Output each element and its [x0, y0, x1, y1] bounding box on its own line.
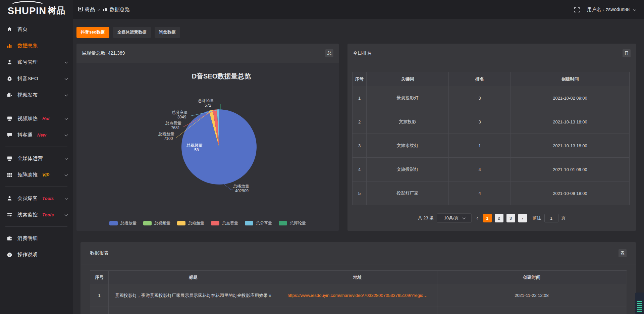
page-button-3[interactable]: 3 — [506, 214, 515, 222]
breadcrumb-current-label: 数据总览 — [110, 6, 130, 13]
video-link[interactable]: https://www.iesdouyin.com/share/video/70… — [287, 293, 428, 298]
breadcrumb-root[interactable]: 树品 — [78, 6, 95, 13]
table-cell: 2021-10-02 09:00 — [511, 86, 630, 110]
username-display[interactable]: 用户名：zswodun88 — [587, 7, 635, 13]
sidebar-item-线索监控[interactable]: 线索监控Tools — [0, 207, 73, 223]
total-view-button[interactable]: 总 — [325, 49, 333, 57]
table-view-button[interactable]: 表 — [619, 249, 627, 257]
sidebar-item-会员爆客[interactable]: 会员爆客Tools — [0, 190, 73, 207]
sidebar-item-抖音SEO[interactable]: 抖音SEO — [0, 70, 73, 87]
chevron-down-icon — [65, 173, 68, 176]
table-row[interactable]: 1景观投影灯32021-10-02 09:00 — [353, 86, 630, 110]
legend-swatch — [245, 221, 253, 225]
gear-icon — [7, 76, 12, 82]
pie-label-value: 7100 — [164, 136, 173, 141]
table-body: 1景观投影灯32021-10-02 09:002文旅投影32021-10-13 … — [353, 86, 630, 205]
tab-询盘数据[interactable]: 询盘数据 — [155, 27, 180, 38]
table-cell — [278, 307, 437, 314]
pie-label-name: 总点赞量 — [165, 121, 181, 125]
sidebar-item-全媒体运营[interactable]: 全媒体运营 — [0, 150, 73, 167]
sidebar-item-label: 抖客通 — [17, 132, 33, 138]
table-cell — [109, 307, 278, 314]
column-header-创建时间: 创建时间 — [437, 271, 626, 284]
app-square-icon — [78, 7, 83, 12]
report-panel-header: 数据报表 表 — [80, 242, 636, 264]
sidebar-item-消费明细[interactable]: 消费明细 — [0, 230, 73, 247]
breadcrumb-separator: > — [98, 7, 100, 12]
pie-label-name: 总分享量 — [171, 110, 188, 115]
seo-chart-panel: 展现量总数: 421,369 总 D音SEO数据量总览总播放量402909总视频… — [76, 44, 339, 231]
sidebar-item-操作说明[interactable]: ?操作说明 — [0, 247, 73, 263]
breadcrumb-current[interactable]: 数据总览 — [103, 6, 130, 13]
sidebar-item-视频发布[interactable]: 视频发布 — [0, 87, 73, 103]
prev-page-button[interactable]: ‹ — [475, 215, 480, 221]
table-cell: 2021-10-01 09:00 — [511, 158, 630, 181]
app-logo[interactable]: SHUPIN 树品 — [0, 0, 73, 19]
table-cell: 1 — [353, 86, 367, 110]
legend-label: 总粉丝量 — [188, 220, 204, 226]
sidebar-item-抖客通[interactable]: 抖客通New — [0, 127, 73, 143]
table-cell: 文旅投影 — [367, 110, 449, 134]
pie-label-name: 总粉丝量 — [158, 132, 174, 136]
sidebar-item-首页[interactable]: 首页 — [0, 21, 73, 38]
fullscreen-icon[interactable] — [574, 7, 580, 12]
customer-service-widget[interactable] — [635, 293, 644, 314]
table-cell: 投影灯厂家 — [367, 181, 449, 205]
table-row[interactable]: 3文旅水纹灯12021-10-13 18:00 — [353, 134, 630, 158]
chevron-down-icon — [65, 196, 68, 200]
page-size-select[interactable]: 10条/页 — [437, 213, 472, 223]
username-value: zswodun88 — [606, 7, 630, 12]
tab-抖音seo数据[interactable]: 抖音seo数据 — [76, 27, 109, 38]
table-row[interactable]: 2文旅投影32021-10-13 18:00 — [353, 110, 630, 134]
table-cell: 1 — [90, 284, 109, 307]
label-line-总评论量 — [215, 104, 220, 110]
sidebar-badge-New: New — [37, 133, 46, 138]
sidebar-badge-Tools: Tools — [42, 212, 54, 217]
today-ranking-panel: 今日排名 日 序号关键词排名创建时间1景观投影灯32021-10-02 09:0… — [347, 44, 636, 231]
bar-chart-icon — [103, 7, 108, 12]
legend-item-总分享量[interactable]: 总分享量 — [245, 220, 272, 226]
monitor-icon — [7, 156, 12, 161]
legend-item-总评论量[interactable]: 总评论量 — [279, 220, 306, 226]
comment-icon — [7, 132, 12, 138]
legend-swatch — [143, 221, 152, 225]
dashboard-page: SHUPIN 树品 树品 > 数据总览 — [0, 0, 644, 314]
legend-item-总视频量[interactable]: 总视频量 — [143, 220, 170, 226]
pie-label-value: 58 — [194, 148, 199, 152]
sidebar-item-数据总览[interactable]: 数据总览 — [0, 38, 73, 54]
table-cell: 3 — [353, 134, 367, 158]
table-cell: 2021-10-13 18:00 — [511, 110, 630, 134]
table-row[interactable]: 4文旅投影灯42021-10-01 09:00 — [353, 158, 630, 181]
legend-item-总粉丝量[interactable]: 总粉丝量 — [177, 220, 204, 226]
next-page-button[interactable]: › — [518, 214, 527, 222]
table-cell — [90, 307, 109, 314]
sidebar-item-矩阵助推[interactable]: 矩阵助推VIP — [0, 167, 73, 183]
goto-page-input[interactable] — [544, 214, 558, 222]
column-header-序号: 序号 — [90, 271, 109, 284]
legend-swatch — [279, 221, 287, 225]
pie-chart-area: D音SEO数据量总览总播放量402909总视频量58总粉丝量7100总点赞量76… — [76, 63, 339, 231]
table-row[interactable]: 1景观投影灯，夜游景观投影灯厂家展示展示落花灯在花园里的灯光投影应用效果 #ht… — [90, 284, 627, 307]
page-button-2[interactable]: 2 — [495, 214, 503, 222]
logo-arc-decoration — [10, 1, 45, 10]
tab-全媒体运营数据[interactable]: 全媒体运营数据 — [113, 27, 151, 38]
sidebar-item-账号管理[interactable]: 账号管理 — [0, 54, 73, 70]
seo-pie-chart: D音SEO数据量总览总播放量402909总视频量58总粉丝量7100总点赞量76… — [76, 63, 339, 221]
heat-icon — [7, 116, 12, 121]
username-label: 用户名： — [587, 7, 606, 12]
legend-item-总播放量[interactable]: 总播放量 — [109, 220, 137, 226]
sidebar-item-视频加热[interactable]: 视频加热Hot — [0, 110, 73, 127]
page-button-1[interactable]: 1 — [483, 214, 492, 222]
day-view-button[interactable]: 日 — [623, 49, 631, 57]
wallet-icon — [7, 235, 12, 241]
breadcrumb: 树品 > 数据总览 — [78, 6, 130, 13]
page-number-list: 123 — [483, 214, 515, 222]
legend-item-总点赞量[interactable]: 总点赞量 — [211, 220, 238, 226]
column-header-序号: 序号 — [353, 72, 367, 86]
table-cell: 4 — [449, 181, 511, 205]
table-row[interactable]: 5投影灯厂家42021-10-09 18:00 — [353, 181, 630, 205]
label-line-总播放量 — [224, 184, 233, 190]
total-impressions-label: 展现量总数: 421,369 — [82, 50, 125, 56]
chevron-down-icon — [65, 156, 68, 160]
ranking-panel-header: 今日排名 日 — [347, 44, 636, 63]
